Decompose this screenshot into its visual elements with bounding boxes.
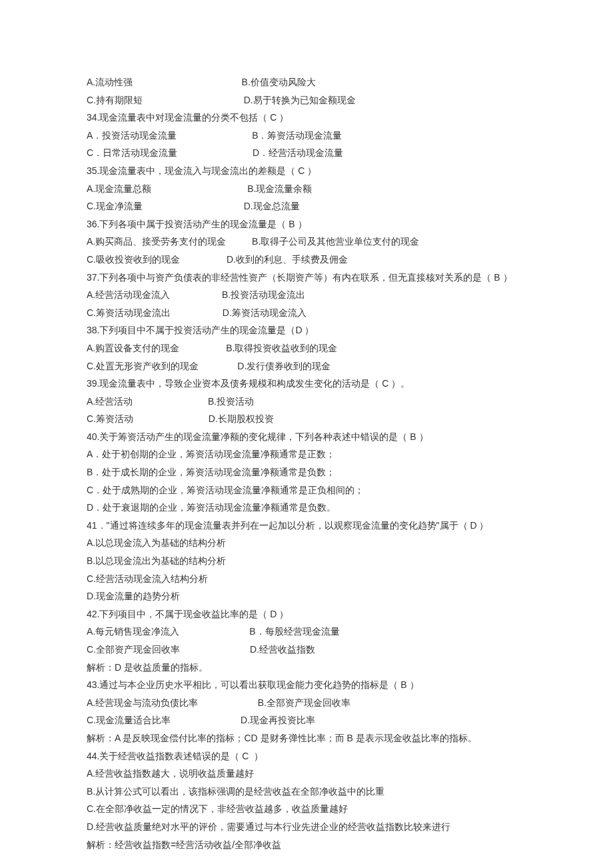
text-line: C．处于成熟期的企业，筹资活动现金流量净额通常是正负相间的； bbox=[87, 481, 526, 499]
text-line: 43.通过与本企业历史水平相比，可以看出获取现金能力变化趋势的指标是（ B ） bbox=[87, 676, 526, 694]
text-line: D．处于衰退期的企业，筹资活动现金流量净额通常是负数。 bbox=[87, 499, 526, 517]
text-line: C．日常活动现金流量 D．经营活动现金流量 bbox=[87, 144, 526, 162]
text-line: C.现金流量适合比率 D.现金再投资比率 bbox=[87, 711, 526, 729]
text-line: A．投资活动现金流量 B．筹资活动现金流量 bbox=[87, 127, 526, 145]
text-line: 解析：A 是反映现金偿付比率的指标；CD 是财务弹性比率；而 B 是表示现金收益… bbox=[87, 729, 526, 747]
text-line: C.经营活动现金流入结构分析 bbox=[87, 570, 526, 588]
text-line: D.经营收益质量绝对水平的评价，需要通过与本行业先进企业的经营收益指数比较来进行 bbox=[87, 818, 526, 836]
text-line: C.筹资活动现金流出 D.筹资活动现金流入 bbox=[87, 304, 526, 322]
text-line: 解析：经营收益指数=经营活动收益/全部净收益 bbox=[87, 836, 526, 854]
text-line: 34.现金流量表中对现金流量的分类不包括（ C ） bbox=[87, 109, 526, 127]
text-line: 44.关于经营收益指数表述错误的是（ C ） bbox=[87, 747, 526, 765]
text-line: A.经营活动 B.投资活动 bbox=[87, 393, 526, 411]
text-line: C.全部资产现金回收率 D.经营收益指数 bbox=[87, 641, 526, 659]
text-line: A.每元销售现金净流入 B．每股经营现金流量 bbox=[87, 623, 526, 641]
text-line: 40.关于筹资活动产生的现金流量净额的变化规律，下列各种表述中错误的是（ B ） bbox=[87, 428, 526, 446]
text-line: 39.现金流量表中，导致企业资本及债务规模和构成发生变化的活动是（ C ）。 bbox=[87, 375, 526, 393]
text-line: C.持有期限短 D.易于转换为已知金额现金 bbox=[87, 91, 526, 109]
text-line: 36.下列各项中属于投资活动产生的现金流量是（ B ） bbox=[87, 215, 526, 233]
text-line: A.经营收益指数越大，说明收益质量越好 bbox=[87, 765, 526, 783]
text-line: A．处于初创期的企业，筹资活动现金流量净额通常是正数； bbox=[87, 445, 526, 463]
text-line: B.从计算公式可以看出，该指标强调的是经营收益在全部净收益中的比重 bbox=[87, 783, 526, 801]
text-line: D.现金流量的趋势分析 bbox=[87, 587, 526, 605]
text-line: A.经营现金与流动负债比率 B.全部资产现金回收率 bbox=[87, 694, 526, 712]
text-line: A.购置设备支付的现金 B.取得投资收益收到的现金 bbox=[87, 339, 526, 357]
question-list: A.流动性强 B.价值变动风险大C.持有期限短 D.易于转换为已知金额现金34.… bbox=[87, 73, 526, 853]
text-line: C.在全部净收益一定的情况下，非经营收益越多，收益质量越好 bbox=[87, 800, 526, 818]
text-line: 37.下列各项中与资产负债表的非经营性资产（长期资产等）有内在联系，但无直接核对… bbox=[87, 269, 526, 287]
text-line: C.筹资活动 D.长期股权投资 bbox=[87, 410, 526, 428]
text-line: A.购买商品、接受劳务支付的现金 B.取得子公司及其他营业单位支付的现金 bbox=[87, 233, 526, 251]
text-line: A.以总现金流入为基础的结构分析 bbox=[87, 534, 526, 552]
text-line: 35.现金流量表中，现金流入与现金流出的差额是（ C ） bbox=[87, 162, 526, 180]
text-line: 38.下列项目中不属于投资活动产生的现金流量是（D ） bbox=[87, 321, 526, 339]
text-line: C.吸收投资收到的现金 D.收到的利息、手续费及佣金 bbox=[87, 251, 526, 269]
text-line: A.现金流量总额 B.现金流量余额 bbox=[87, 180, 526, 198]
text-line: B．处于成长期的企业，筹资活动现金流量净额通常是负数； bbox=[87, 463, 526, 481]
text-line: C.处置无形资产收到的现金 D.发行债券收到的现金 bbox=[87, 357, 526, 375]
text-line: A.经营活动现金流入 B.投资活动现金流出 bbox=[87, 286, 526, 304]
text-line: 解析：D 是收益质量的指标。 bbox=[87, 659, 526, 677]
text-line: 41．"通过将连续多年的现金流量表并列在一起加以分析，以观察现金流量的变化趋势"… bbox=[87, 517, 526, 535]
text-line: A.流动性强 B.价值变动风险大 bbox=[87, 73, 526, 91]
text-line: B.以总现金流出为基础的结构分析 bbox=[87, 552, 526, 570]
text-line: C.现金净流量 D.现金总流量 bbox=[87, 197, 526, 215]
text-line: 42.下列项目中，不属于现金收益比率的是（ D ） bbox=[87, 605, 526, 623]
